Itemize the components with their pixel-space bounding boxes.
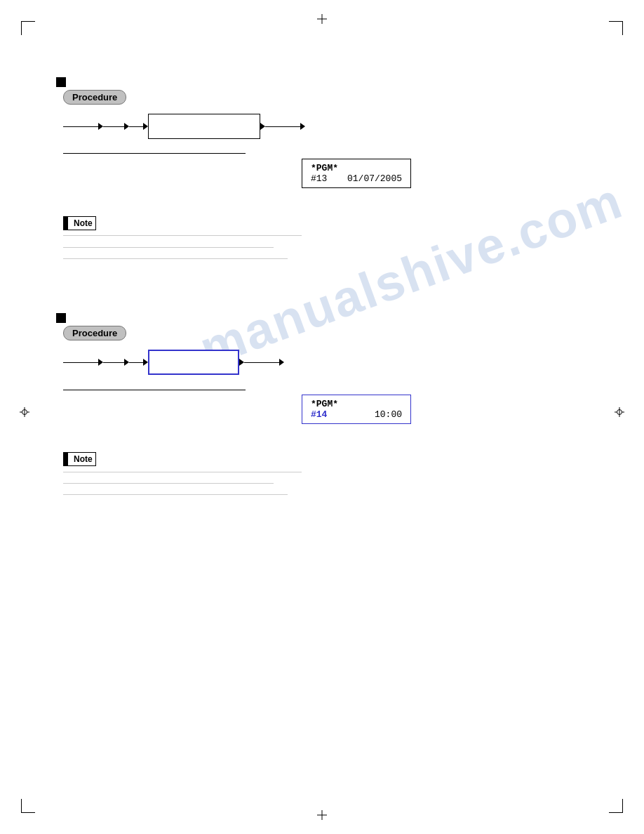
section2-procedure-badge: Procedure <box>63 326 126 340</box>
section1-display-line1: *PGM* <box>311 163 402 173</box>
flow-arrow2 <box>124 123 129 130</box>
note2-line2 <box>63 483 274 484</box>
section1-display-date: 01/07/2005 <box>347 173 402 184</box>
flow2-arrow4 <box>239 359 244 366</box>
section1-display-box: *PGM* #13 01/07/2005 <box>302 159 411 188</box>
crosshair-top <box>317 14 327 24</box>
watermark: manualshive.com <box>192 171 630 378</box>
note2-bar <box>64 453 68 465</box>
note1-line3 <box>63 258 288 259</box>
note1-bar <box>64 217 68 230</box>
section1-display-line2: #13 01/07/2005 <box>311 173 402 184</box>
flow2-line4 <box>244 362 279 363</box>
flow-arrow3 <box>143 123 148 130</box>
flow2-line1 <box>63 362 98 363</box>
corner-mark-tl <box>21 21 35 35</box>
crosshair-left-mid <box>20 407 29 417</box>
flow2-arrow2 <box>124 359 129 366</box>
section2-display-line1: *PGM* <box>311 399 402 409</box>
section1-procedure-badge: Procedure <box>63 90 126 105</box>
flow-line3 <box>129 126 143 127</box>
corner-mark-tr <box>609 21 623 35</box>
flow-arrow5 <box>300 123 305 130</box>
section1-display-num: #13 <box>311 173 327 184</box>
section2-display-box: *PGM* #14 10:00 <box>302 395 411 424</box>
flow2-arrow1 <box>98 359 103 366</box>
section2-display-num: #14 <box>311 409 327 420</box>
crosshair-bottom <box>317 810 327 820</box>
flow2-line2 <box>103 362 124 363</box>
flow2-arrow3 <box>143 359 148 366</box>
section1-note-badge: Note <box>63 216 96 230</box>
note2-label: Note <box>71 453 95 465</box>
section2-display-line2: #14 10:00 <box>311 409 402 420</box>
flow-line2 <box>103 126 124 127</box>
section2-flow-diagram <box>63 350 284 375</box>
section1-flow-box <box>148 114 260 139</box>
note2-line3 <box>63 494 288 495</box>
section2-display-time: 10:00 <box>375 409 402 420</box>
corner-mark-bl <box>21 799 35 813</box>
section2-sep-line <box>63 390 246 390</box>
note1-line1 <box>63 235 302 236</box>
note1-label: Note <box>71 217 95 230</box>
flow-line1 <box>63 126 98 127</box>
section1-sep-line <box>63 153 246 154</box>
crosshair-right-mid <box>615 407 624 417</box>
section1-bullet <box>56 77 66 87</box>
flow2-arrow5 <box>279 359 284 366</box>
flow2-line3 <box>129 362 143 363</box>
flow-line4 <box>265 126 300 127</box>
note2-line1 <box>63 472 302 472</box>
section1-flow-diagram <box>63 114 305 139</box>
section2-flow-box <box>148 350 239 375</box>
section2-bullet <box>56 313 66 323</box>
note1-line2 <box>63 247 274 248</box>
flow-arrow1 <box>98 123 103 130</box>
flow-arrow4 <box>260 123 265 130</box>
corner-mark-br <box>609 799 623 813</box>
section2-note-badge: Note <box>63 452 96 466</box>
